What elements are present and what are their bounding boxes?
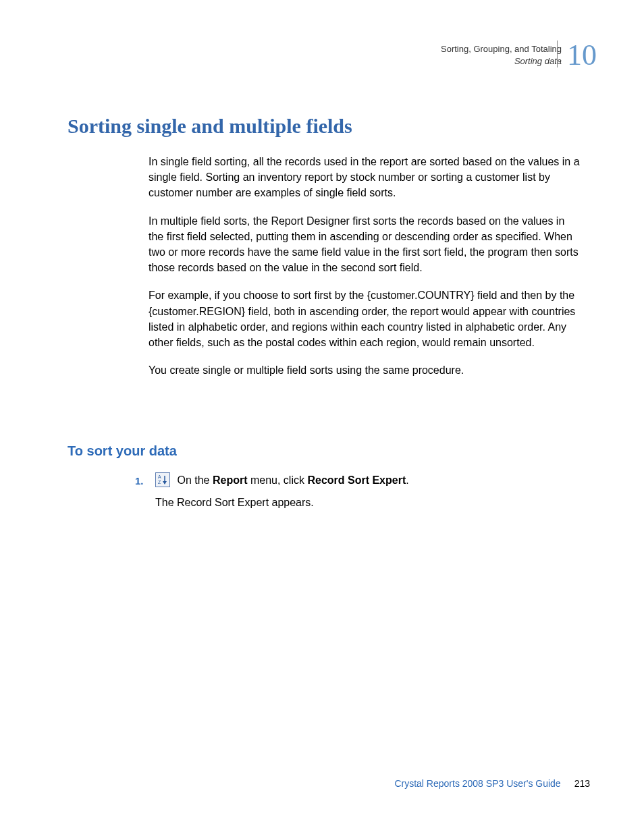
step-text-mid: menu, click	[248, 474, 308, 486]
paragraph-2: In multiple field sorts, the Report Desi…	[149, 213, 581, 276]
step-text-pre: On the	[177, 474, 212, 486]
chapter-number: 10	[567, 40, 597, 70]
page-header: Sorting, Grouping, and Totaling Sorting …	[441, 40, 597, 70]
page-title: Sorting single and multiple fields	[68, 115, 352, 138]
step-result: The Record Sort Expert appears.	[155, 497, 581, 509]
subheading-sort-data: To sort your data	[68, 443, 177, 459]
paragraph-4: You create single or multiple field sort…	[149, 362, 581, 378]
header-subsection: Sorting data	[441, 55, 562, 67]
header-divider	[557, 40, 558, 67]
footer-page-number: 213	[574, 778, 590, 789]
page-footer: Crystal Reports 2008 SP3 User's Guide 21…	[394, 778, 590, 789]
step-number: 1.	[135, 472, 147, 487]
svg-text:A: A	[158, 474, 161, 479]
body-content: In single field sorting, all the records…	[149, 154, 581, 390]
header-section-title: Sorting, Grouping, and Totaling	[441, 43, 562, 55]
svg-marker-3	[163, 481, 167, 485]
paragraph-1: In single field sorting, all the records…	[149, 154, 581, 201]
step-action-name: Record Sort Expert	[307, 474, 406, 486]
step-body: A Z On the Report menu, click Record Sor…	[155, 472, 409, 489]
steps-list: 1. A Z On the Report menu, click Record …	[135, 472, 581, 509]
step-text-post: .	[406, 474, 408, 486]
step-menu-name: Report	[213, 474, 248, 486]
paragraph-3: For example, if you choose to sort first…	[149, 287, 581, 350]
step-1: 1. A Z On the Report menu, click Record …	[135, 472, 581, 489]
sort-az-icon: A Z	[155, 472, 170, 487]
svg-text:Z: Z	[158, 480, 161, 485]
footer-doc-title: Crystal Reports 2008 SP3 User's Guide	[394, 778, 560, 789]
header-text-block: Sorting, Grouping, and Totaling Sorting …	[441, 43, 562, 67]
